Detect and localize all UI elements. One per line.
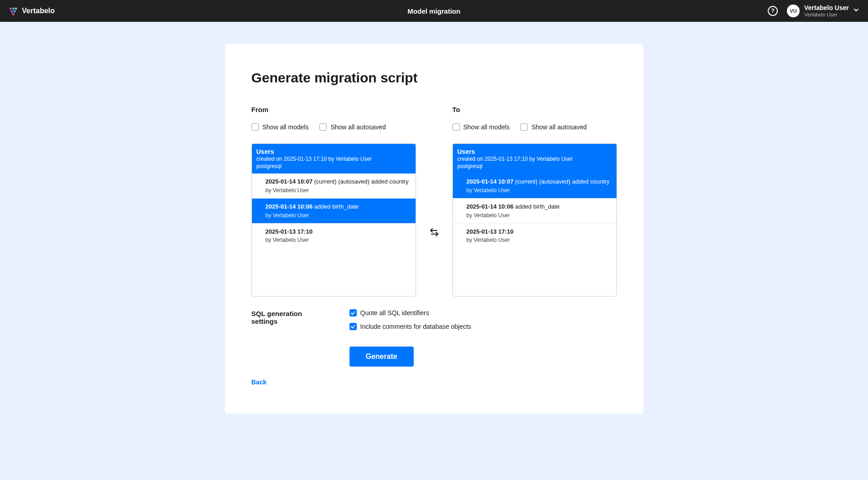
version-timestamp: 2025-01-14 10:06 xyxy=(266,203,313,210)
version-suffix: added birth_date xyxy=(514,203,560,210)
model-db: postgresql xyxy=(257,163,411,170)
version-author: by Vertabelo User xyxy=(467,212,612,219)
list-item[interactable]: 2025-01-13 17:10by Vertabelo User xyxy=(252,224,416,248)
checkbox-label: Quote all SQL identifiers xyxy=(360,309,429,317)
topbar: Vertabelo Model migration ? VU Vertabelo… xyxy=(0,0,868,22)
chevron-down-icon xyxy=(853,7,859,14)
list-item[interactable]: 2025-01-14 10:07 (current) (autosaved) a… xyxy=(252,174,416,199)
to-listbox: Users created on 2025-01-13 17:10 by Ver… xyxy=(452,143,617,296)
version-author: by Vertabelo User xyxy=(266,187,411,194)
to-list-body: 2025-01-14 10:07 (current) (autosaved) a… xyxy=(453,174,616,296)
checkbox-icon xyxy=(319,123,327,131)
from-list-body: 2025-01-14 10:07 (current) (autosaved) a… xyxy=(252,174,416,296)
from-list-header[interactable]: Users created on 2025-01-13 17:10 by Ver… xyxy=(252,144,416,174)
svg-marker-0 xyxy=(9,8,12,10)
checkbox-icon xyxy=(349,323,357,330)
settings-label: SQL generation settings xyxy=(252,309,322,330)
model-db: postgresql xyxy=(457,163,612,170)
logo-mark-icon xyxy=(9,6,18,15)
svg-marker-2 xyxy=(15,8,17,10)
version-timestamp: 2025-01-14 10:07 xyxy=(467,178,514,185)
version-timestamp: 2025-01-14 10:07 xyxy=(266,178,313,185)
checkbox-label: Show all autosaved xyxy=(330,123,385,131)
help-icon[interactable]: ? xyxy=(768,6,778,16)
list-item[interactable]: 2025-01-13 17:10by Vertabelo User xyxy=(453,224,616,248)
checkbox-label: Show all autosaved xyxy=(531,123,586,131)
version-suffix: (current) (autosaved) added country xyxy=(313,178,409,185)
model-name: Users xyxy=(257,148,411,156)
version-author: by Vertabelo User xyxy=(266,212,411,219)
swap-icon[interactable] xyxy=(429,227,440,239)
from-column: From Show all models Show all autosaved … xyxy=(252,106,416,296)
checkbox-icon xyxy=(452,123,460,131)
model-name: Users xyxy=(457,148,612,156)
include-comments-checkbox[interactable]: Include comments for database objects xyxy=(349,323,472,330)
user-menu[interactable]: VU Vertabelo User Vertabelo User xyxy=(787,4,859,18)
version-timestamp: 2025-01-14 10:06 xyxy=(467,203,514,210)
brand-name: Vertabelo xyxy=(22,7,55,15)
checkbox-label: Show all models xyxy=(463,123,510,131)
to-show-all-autosaved[interactable]: Show all autosaved xyxy=(520,123,586,131)
svg-marker-5 xyxy=(12,13,15,15)
to-list-header[interactable]: Users created on 2025-01-13 17:10 by Ver… xyxy=(453,144,616,174)
svg-marker-4 xyxy=(13,10,16,13)
page-title: Generate migration script xyxy=(252,70,617,86)
version-timestamp: 2025-01-13 17:10 xyxy=(266,228,313,235)
page-context-title: Model migration xyxy=(408,7,461,15)
brand-logo[interactable]: Vertabelo xyxy=(9,6,55,15)
back-link[interactable]: Back xyxy=(252,378,267,386)
from-label: From xyxy=(252,106,416,113)
list-item[interactable]: 2025-01-14 10:07 (current) (autosaved) a… xyxy=(453,174,616,199)
version-suffix: (current) (autosaved) added country xyxy=(514,178,610,185)
checkbox-icon xyxy=(252,123,259,131)
svg-marker-1 xyxy=(12,8,15,10)
to-label: To xyxy=(452,106,617,113)
list-item[interactable]: 2025-01-14 10:06 added birth_dateby Vert… xyxy=(252,199,416,224)
checkbox-icon xyxy=(520,123,528,131)
svg-marker-3 xyxy=(10,10,13,13)
version-suffix: added birth_date xyxy=(313,203,359,210)
checkbox-label: Show all models xyxy=(262,123,309,131)
from-listbox: Users created on 2025-01-13 17:10 by Ver… xyxy=(252,143,416,296)
model-meta: created on 2025-01-13 17:10 by Vertabelo… xyxy=(457,156,612,163)
checkbox-icon xyxy=(349,309,357,317)
from-show-all-autosaved[interactable]: Show all autosaved xyxy=(319,123,385,131)
version-author: by Vertabelo User xyxy=(467,187,612,194)
avatar: VU xyxy=(787,5,800,17)
user-subtitle: Vertabelo User xyxy=(804,12,849,18)
list-item[interactable]: 2025-01-14 10:06 added birth_dateby Vert… xyxy=(453,199,616,224)
model-meta: created on 2025-01-13 17:10 by Vertabelo… xyxy=(257,156,411,163)
version-author: by Vertabelo User xyxy=(266,236,411,244)
checkbox-label: Include comments for database objects xyxy=(360,323,472,330)
from-show-all-models[interactable]: Show all models xyxy=(252,123,309,131)
to-column: To Show all models Show all autosaved Us… xyxy=(452,106,617,296)
user-name: Vertabelo User xyxy=(804,4,849,12)
to-show-all-models[interactable]: Show all models xyxy=(452,123,510,131)
version-timestamp: 2025-01-13 17:10 xyxy=(467,228,514,235)
quote-identifiers-checkbox[interactable]: Quote all SQL identifiers xyxy=(349,309,472,317)
generate-button[interactable]: Generate xyxy=(349,347,414,367)
version-author: by Vertabelo User xyxy=(467,236,612,244)
main-card: Generate migration script From Show all … xyxy=(225,44,643,414)
